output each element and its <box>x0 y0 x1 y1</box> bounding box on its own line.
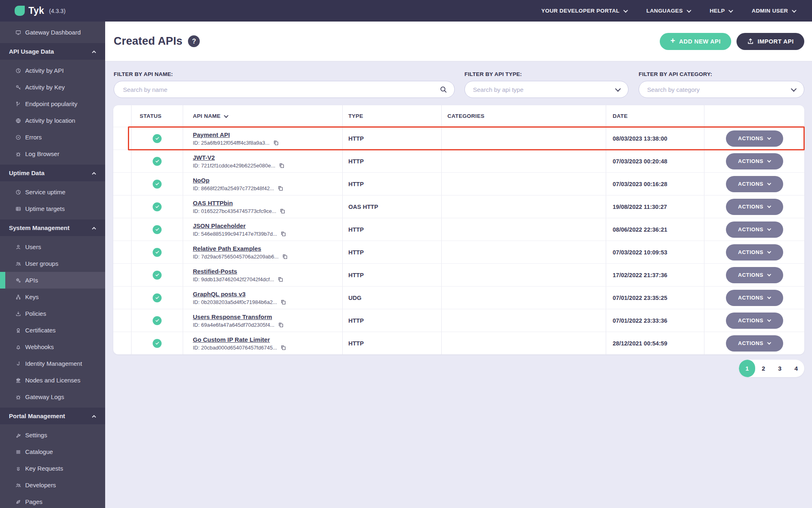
column-api-name[interactable]: API NAME <box>183 105 342 127</box>
actions-cell: ACTIONS <box>704 309 804 332</box>
sidebar-item-activity-by-key[interactable]: Activity by Key <box>0 79 105 96</box>
apis-table: STATUS API NAME TYPE CATEGORIES DATE Pay… <box>113 105 804 354</box>
menu-your-developer-portal[interactable]: YOUR DEVELOPER PORTAL <box>541 8 627 14</box>
copy-icon[interactable] <box>277 276 283 282</box>
api-date-cell: 17/02/2022 21:37:36 <box>606 264 704 286</box>
actions-button[interactable]: ACTIONS <box>726 221 783 238</box>
page-4[interactable]: 4 <box>788 360 804 377</box>
sidebar-item-certificates[interactable]: Certificates <box>0 322 105 339</box>
page-1[interactable]: 1 <box>739 360 755 377</box>
api-name-link[interactable]: OAS HTTPbin <box>193 200 233 206</box>
sidebar-section-uptime-data[interactable]: Uptime Data <box>0 165 105 181</box>
search-by-name-input[interactable] <box>122 86 446 93</box>
copy-icon[interactable] <box>280 299 286 305</box>
api-name-cell: Users Response TransformID: 69a4e6fa47a6… <box>183 309 342 332</box>
actions-button[interactable]: ACTIONS <box>726 267 783 283</box>
sidebar-item-key-requests[interactable]: Key Requests <box>0 460 105 477</box>
sidebar-section-api-usage-data[interactable]: API Usage Data <box>0 43 105 60</box>
sidebar-item-keys[interactable]: Keys <box>0 289 105 305</box>
sidebar-item-endpoint-popularity[interactable]: Endpoint popularity <box>0 96 105 112</box>
help-icon[interactable]: ? <box>188 35 200 47</box>
api-name-link[interactable]: GraphQL posts v3 <box>193 291 246 297</box>
api-type-select[interactable]: Search by api type <box>464 81 628 98</box>
copy-icon[interactable] <box>279 163 285 169</box>
api-name-link[interactable]: Go Custom IP Rate Limiter <box>193 336 270 343</box>
sidebar-item-service-uptime[interactable]: Service uptime <box>0 184 105 200</box>
sidebar-item-log-browser[interactable]: Log Browser <box>0 145 105 162</box>
pagination: 1234 <box>739 360 804 377</box>
sidebar-item-activity-by-location[interactable]: Activity by location <box>0 112 105 129</box>
actions-button[interactable]: ACTIONS <box>726 176 783 192</box>
copy-icon[interactable] <box>277 185 283 191</box>
table-row: GraphQL posts v3ID: 0b2038203a5d4f0c7198… <box>113 286 804 309</box>
actions-button[interactable]: ACTIONS <box>726 244 783 261</box>
sidebar-item-settings[interactable]: Settings <box>0 427 105 443</box>
add-new-api-button[interactable]: + ADD NEW API <box>660 33 731 50</box>
sidebar-item-label: User groups <box>25 260 58 267</box>
sidebar-item-errors[interactable]: Errors <box>0 129 105 145</box>
api-type-cell: HTTP <box>342 150 441 172</box>
paw-icon <box>15 466 21 471</box>
api-name-link[interactable]: Relative Path Examples <box>193 245 261 252</box>
plus-icon: + <box>670 36 675 46</box>
filter-by-api-type: FILTER BY API TYPE: Search by api type <box>464 71 628 98</box>
page-3[interactable]: 3 <box>772 360 788 377</box>
api-name-link[interactable]: JWT-V2 <box>193 154 215 161</box>
copy-icon[interactable] <box>282 254 288 260</box>
sidebar-item-gateway-logs[interactable]: Gateway Logs <box>0 389 105 405</box>
api-id-line: ID: 25a6fb912f054fff4c3f8a9a3... <box>193 140 279 146</box>
sidebar-item-nodes-and-licenses[interactable]: Nodes and Licenses <box>0 372 105 389</box>
actions-button[interactable]: ACTIONS <box>726 130 783 147</box>
api-name-link[interactable]: Restified-Posts <box>193 268 237 275</box>
sidebar-section-portal-management[interactable]: Portal Management <box>0 408 105 424</box>
sidebar-item-identity-management[interactable]: Identity Management <box>0 355 105 372</box>
bell-icon <box>15 344 21 350</box>
import-api-button[interactable]: IMPORT API <box>736 33 804 50</box>
sidebar-item-pages[interactable]: Pages <box>0 493 105 508</box>
column-api-name-label: API NAME <box>193 113 220 119</box>
sidebar-item-apis[interactable]: APIs <box>0 272 105 289</box>
menu-languages[interactable]: LANGUAGES <box>646 8 691 14</box>
users-icon <box>15 482 21 488</box>
import-api-label: IMPORT API <box>758 38 794 45</box>
status-healthy-icon <box>153 339 162 348</box>
api-name-link[interactable]: NoOp <box>193 177 209 184</box>
api-category-select[interactable]: Search by category <box>639 81 804 98</box>
actions-button[interactable]: ACTIONS <box>726 335 783 352</box>
sidebar-item-uptime-targets[interactable]: Uptime targets <box>0 200 105 217</box>
copy-icon[interactable] <box>273 140 279 146</box>
api-date-cell: 19/08/2022 11:30:27 <box>606 195 704 218</box>
copy-icon[interactable] <box>280 345 286 351</box>
actions-button[interactable]: ACTIONS <box>726 153 783 169</box>
tree-icon <box>15 294 21 300</box>
sidebar-item-user-groups[interactable]: User groups <box>0 255 105 272</box>
sidebar-section-system-management[interactable]: System Management <box>0 219 105 236</box>
sidebar-item-label: Gateway Logs <box>25 393 64 400</box>
sidebar-item-catalogue[interactable]: Catalogue <box>0 443 105 460</box>
copy-icon[interactable] <box>280 231 286 237</box>
tyk-logo[interactable]: Tyk (4.3.3) <box>15 5 65 16</box>
api-id-line: ID: 7d29ac67565045706a2209ab6... <box>193 254 288 260</box>
copy-icon[interactable] <box>279 208 285 214</box>
sidebar-item-label: Webhooks <box>25 343 54 350</box>
table-row: JSON PlaceholderID: 546e885199c947147e7f… <box>113 218 804 241</box>
api-name-link[interactable]: Users Response Transform <box>193 313 272 320</box>
sidebar-item-label: Keys <box>25 293 39 300</box>
actions-button[interactable]: ACTIONS <box>726 290 783 306</box>
sidebar-item-users[interactable]: Users <box>0 239 105 255</box>
menu-help[interactable]: HELP <box>710 8 733 14</box>
menu-admin-user[interactable]: ADMIN USER <box>752 8 796 14</box>
api-name-link[interactable]: Payment API <box>193 131 230 138</box>
sidebar-item-webhooks[interactable]: Webhooks <box>0 339 105 355</box>
sidebar-item-policies[interactable]: Policies <box>0 305 105 322</box>
copy-icon[interactable] <box>278 322 284 328</box>
api-name-link[interactable]: JSON Placeholder <box>193 222 246 229</box>
page-2[interactable]: 2 <box>755 360 771 377</box>
actions-button[interactable]: ACTIONS <box>726 199 783 215</box>
sidebar-item-developers[interactable]: Developers <box>0 477 105 493</box>
actions-cell: ACTIONS <box>704 195 804 218</box>
api-date-cell: 07/01/2022 23:35:25 <box>606 287 704 309</box>
sidebar-item-activity-by-api[interactable]: Activity by API <box>0 62 105 79</box>
actions-button[interactable]: ACTIONS <box>726 313 783 329</box>
sidebar-item-gateway-dashboard[interactable]: Gateway Dashboard <box>0 24 105 41</box>
